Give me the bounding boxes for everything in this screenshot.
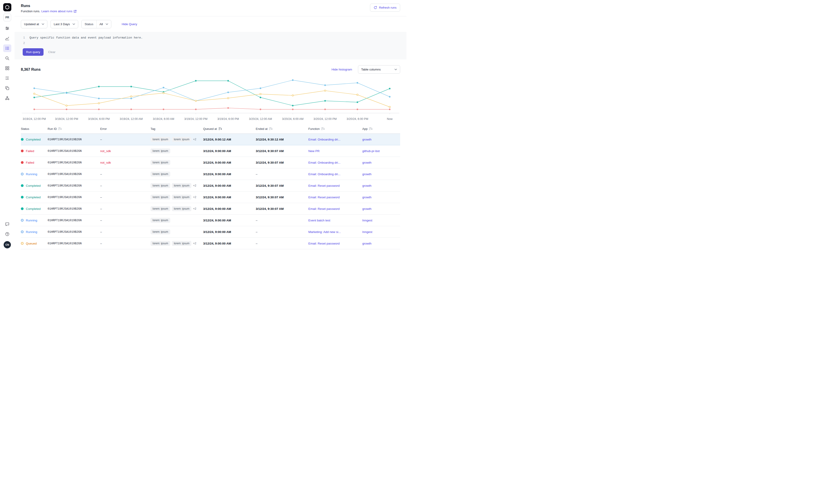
table-row[interactable]: Completed01HRPT19RJSA1019B2GN–lorem: ips… bbox=[21, 203, 400, 215]
sidebar-item-search[interactable] bbox=[3, 54, 11, 62]
run-id: 01HRPT19RJSA1019B2GN bbox=[48, 219, 82, 222]
ended-at-value: – bbox=[256, 230, 257, 234]
page-subtitle: Function runs. bbox=[21, 10, 40, 13]
tag-pill: lorem: ipsum bbox=[150, 195, 170, 200]
function-link[interactable]: New PR bbox=[308, 149, 320, 153]
sort-field-dropdown[interactable]: Updated at bbox=[21, 20, 47, 28]
sort-field-value: Updated at bbox=[24, 22, 39, 26]
ended-at-cell: 3/12/24, 9:30:07 AM bbox=[256, 180, 308, 191]
time-range-dropdown[interactable]: Last 3 Days bbox=[51, 20, 78, 28]
inngest-logo-icon bbox=[5, 5, 10, 10]
query-editor[interactable]: 1 Query specific function data and event… bbox=[15, 32, 406, 59]
sidebar-item-apps[interactable] bbox=[3, 64, 11, 72]
error-value: – bbox=[100, 242, 102, 245]
table-row[interactable]: Completed01HRPT19RJSA1019B2GN–lorem: ips… bbox=[21, 180, 400, 191]
data-point-yellow bbox=[163, 92, 164, 94]
hide-histogram-link[interactable]: Hide histogram bbox=[331, 68, 352, 71]
app-link[interactable]: growth bbox=[362, 196, 371, 199]
ended-at-cell: – bbox=[256, 226, 308, 238]
queued-at-value: 3/12/24, 9:00:00 AM bbox=[203, 242, 231, 245]
runs-table-head-row: StatusRun IDErrorTagQueued atEnded atFun… bbox=[21, 124, 400, 134]
app-link[interactable]: growth bbox=[362, 161, 371, 164]
time-range-value: Last 3 Days bbox=[54, 22, 70, 26]
x-axis-label: 3/20/24, 6:00 PM bbox=[347, 117, 368, 121]
metrics-icon bbox=[5, 36, 10, 41]
queued-at-cell: 3/12/24, 9:00:00 AM bbox=[203, 168, 256, 180]
help-icon bbox=[5, 232, 10, 236]
app-link[interactable]: github-pr-bot bbox=[362, 149, 380, 153]
table-row[interactable]: Completed01HRPT19RJSA1019B2GN–lorem: ips… bbox=[21, 134, 400, 145]
function-link[interactable]: Email: Reset password bbox=[308, 196, 339, 199]
run-id-cell: 01HRPT19RJSA1019B2GN bbox=[48, 191, 100, 203]
app-cell: Inngest bbox=[362, 215, 400, 226]
app-link[interactable]: growth bbox=[362, 184, 371, 187]
function-link[interactable]: Email: Reset password bbox=[308, 242, 339, 245]
function-link[interactable]: Email: Onboarding dri... bbox=[308, 161, 340, 164]
queued-at-cell: 3/12/24, 9:00:00 AM bbox=[203, 191, 256, 203]
queued-at-value: 3/12/24, 9:00:00 AM bbox=[203, 149, 231, 153]
table-row[interactable]: Completed01HRPT19RJSA1019B2GN–lorem: ips… bbox=[21, 191, 400, 203]
data-point-red bbox=[130, 109, 132, 110]
sidebar-item-filters[interactable] bbox=[3, 24, 11, 32]
app-link[interactable]: growth bbox=[362, 138, 371, 141]
status-cell: Cancelled bbox=[21, 249, 48, 252]
function-link[interactable]: Email: Reset password bbox=[308, 184, 339, 187]
sidebar-item-webhooks[interactable] bbox=[3, 94, 11, 102]
table-columns-dropdown[interactable]: Table columns bbox=[358, 65, 400, 74]
sidebar-item-runs[interactable] bbox=[3, 44, 11, 52]
function-link[interactable]: Email: Reset password bbox=[308, 207, 339, 211]
data-point-red bbox=[34, 109, 35, 110]
workspace-badge[interactable]: PR bbox=[3, 14, 11, 21]
data-point-yellow bbox=[34, 93, 35, 94]
function-cell: Email: Reset password bbox=[308, 191, 362, 203]
function-link[interactable]: Event batch test bbox=[308, 219, 330, 222]
app-link[interactable]: Inngest bbox=[362, 219, 372, 222]
user-avatar[interactable]: CN bbox=[4, 241, 11, 248]
function-link[interactable]: Marketing: Add new si... bbox=[308, 230, 341, 234]
app-link[interactable]: growth bbox=[362, 172, 371, 176]
sidebar-item-help[interactable] bbox=[3, 230, 11, 238]
status-label: Queued bbox=[26, 242, 37, 245]
status-dot bbox=[21, 207, 24, 210]
column-header-ended-at[interactable]: Ended at bbox=[256, 124, 308, 134]
sidebar-item-support[interactable] bbox=[3, 220, 11, 228]
hide-query-link[interactable]: Hide Query bbox=[122, 22, 137, 26]
table-row[interactable]: Running01HRPT19RJSA1019B2GN–lorem: ipsum… bbox=[21, 226, 400, 238]
x-axis-label: 3/20/24, 12:00 AM bbox=[249, 117, 272, 121]
clear-query-button[interactable]: Clear bbox=[48, 50, 55, 54]
data-point-blue bbox=[66, 92, 67, 94]
sidebar-item-metrics[interactable] bbox=[3, 34, 11, 42]
sidebar-item-events[interactable] bbox=[3, 84, 11, 92]
status-filter-dropdown[interactable]: All bbox=[97, 20, 111, 28]
table-row[interactable]: Running01HRPT19RJSA1019B2GN–lorem: ipsum… bbox=[21, 168, 400, 180]
table-row[interactable]: Cancelled01HRPT19RJSA1019B2GN–lorem: ips… bbox=[21, 249, 400, 252]
table-row[interactable]: Queued01HRPT19RJSA1019B2GN–lorem: ipsuml… bbox=[21, 238, 400, 249]
refresh-runs-button[interactable]: Refresh runs bbox=[370, 4, 400, 12]
tag-pill: lorem: ipsum bbox=[150, 137, 170, 142]
function-link[interactable]: Email: Onboarding dri... bbox=[308, 138, 340, 141]
ended-at-value: – bbox=[256, 242, 257, 245]
learn-more-link[interactable]: Learn more about runs bbox=[41, 10, 77, 13]
column-header-run-id[interactable]: Run ID bbox=[48, 124, 100, 134]
inngest-logo[interactable] bbox=[3, 3, 11, 11]
column-header-queued-at[interactable]: Queued at bbox=[203, 124, 256, 134]
function-link[interactable]: Email: Onboarding dri... bbox=[308, 172, 340, 176]
function-cell: Email: Onboarding dri... bbox=[308, 157, 362, 168]
table-row[interactable]: Running01HRPT19RJSA1019B2GN–lorem: ipsum… bbox=[21, 215, 400, 226]
data-point-yellow bbox=[292, 95, 293, 96]
column-header-function[interactable]: Function bbox=[308, 124, 362, 134]
app-link[interactable]: growth bbox=[362, 207, 371, 211]
app-cell: growth bbox=[362, 249, 400, 252]
sidebar-item-functions[interactable] bbox=[3, 74, 11, 82]
data-point-teal bbox=[324, 100, 326, 102]
status-dot bbox=[21, 219, 24, 222]
status-filter-label: Status bbox=[82, 20, 96, 28]
run-id-cell: 01HRPT19RJSA1019B2GN bbox=[48, 226, 100, 238]
error-cell: not_sdk bbox=[100, 145, 150, 157]
run-query-button[interactable]: Run query bbox=[23, 48, 44, 56]
app-link[interactable]: growth bbox=[362, 242, 371, 245]
column-header-app[interactable]: App bbox=[362, 124, 400, 134]
app-link[interactable]: Inngest bbox=[362, 230, 372, 234]
table-row[interactable]: Failed01HRPT19RJSA1019B2GNnot_sdklorem: … bbox=[21, 145, 400, 157]
table-row[interactable]: Failed01HRPT19RJSA1019B2GNnot_sdklorem: … bbox=[21, 157, 400, 168]
